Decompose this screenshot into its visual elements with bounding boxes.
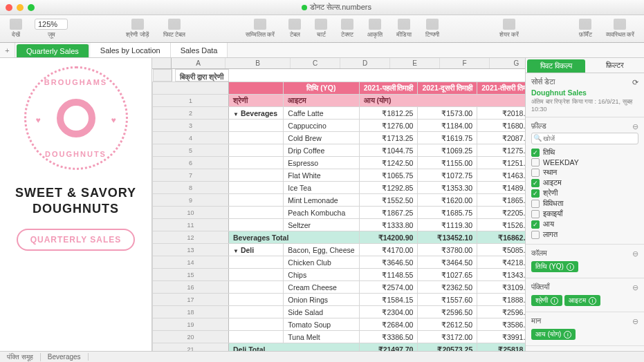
field-checkbox[interactable]: WEEKDAY [531, 158, 638, 167]
col-header[interactable]: C [291, 58, 340, 68]
pivot-table[interactable]: बिक्री द्वारा श्रेणीतिथि (YQ)2021-पहली त… [152, 69, 525, 351]
collapse-icon[interactable]: ⊖ [632, 122, 638, 131]
tab-pivot-options[interactable]: पिवट विकल्प [527, 59, 585, 73]
rows-label: पंक्तियाँ [531, 283, 549, 292]
row-pill[interactable]: श्रेणीi [531, 295, 562, 306]
sidebar: पिवट विकल्प फ़िल्टर सोर्स डेटा⟳ Doughnut… [525, 58, 644, 351]
fields-label: फ़ील्ड [531, 122, 546, 131]
add-sheet-button[interactable]: + [0, 43, 15, 57]
pivot-table-button[interactable]: पिवट टेबल [158, 19, 192, 39]
tagline: SWEET & SAVORYDOUGHNUTS [15, 185, 136, 216]
footer-row-groups[interactable]: पंक्ति समूह [0, 353, 41, 361]
col-header[interactable]: F [440, 58, 490, 68]
share-button[interactable]: शेयर करें [494, 19, 525, 39]
source-data-label: सोर्स डेटा [531, 77, 555, 86]
field-checkbox[interactable]: ✓आइटम [531, 178, 638, 188]
maximize-icon[interactable] [28, 4, 35, 11]
field-checkbox[interactable]: ✓आय [531, 219, 638, 229]
shape-button[interactable]: आकृति [362, 19, 388, 39]
fields-search-input[interactable] [531, 133, 638, 144]
chart-button[interactable]: चार्ट [309, 19, 333, 39]
tab-quarterly-sales[interactable]: Quarterly Sales [17, 44, 89, 57]
field-checkbox[interactable]: इकाइयाँ [531, 209, 638, 219]
collapse-icon[interactable]: ⊖ [632, 317, 638, 325]
col-header[interactable]: B [226, 58, 291, 68]
value-pill[interactable]: आय (योग)i [531, 329, 576, 340]
comment-button[interactable]: टिप्पणी [420, 19, 445, 39]
field-checkbox[interactable]: ✓तिथि [531, 147, 638, 158]
col-header[interactable]: D [340, 58, 390, 68]
tab-sales-by-location[interactable]: Sales by Location [91, 43, 171, 57]
logo: BROUGHAMS ♥ ♥ DOUGHNUTS [24, 66, 128, 170]
heart-icon: ♥ [111, 115, 116, 125]
footer: पंक्ति समूह Beverages [0, 351, 644, 362]
quarterly-sales-button[interactable]: QUARTERLY SALES [17, 229, 136, 251]
refresh-timestamp: अंतिम बार रिफ्रेश किया गया : 16/9/21, सु… [531, 98, 638, 113]
media-button[interactable]: मीडिया [391, 19, 417, 39]
add-category-button[interactable]: श्रेणी जोड़ें [120, 19, 155, 39]
organize-button[interactable]: व्यवस्थित करें [600, 19, 641, 39]
titlebar: डोनट सेल्स.numbers [0, 0, 644, 15]
row-pill[interactable]: आइटमi [564, 295, 600, 306]
tab-sales-data[interactable]: Sales Data [171, 43, 228, 57]
col-header[interactable]: G [490, 58, 525, 68]
collapse-icon[interactable]: ⊖ [632, 249, 638, 258]
view-button[interactable]: देखें [4, 19, 28, 39]
insert-button[interactable]: सम्मिलित करें [240, 19, 281, 39]
field-checkbox[interactable]: ✓श्रेणी [531, 188, 638, 198]
column-pill[interactable]: तिथि (YQ)i [531, 261, 578, 272]
donut-icon [57, 99, 95, 137]
window-title: डोनट सेल्स.numbers [35, 3, 638, 12]
table-button[interactable]: टेबल [283, 19, 306, 39]
col-header[interactable]: A [172, 58, 226, 68]
sheet-tabs: + Quarterly Sales Sales by Location Sale… [0, 43, 644, 58]
field-checkbox[interactable]: स्थान [531, 167, 638, 178]
field-checkbox[interactable]: लागत [531, 229, 638, 240]
columns-label: कॉलम [531, 249, 547, 258]
toolbar: देखें 125%ज़ूम श्रेणी जोड़ें पिवट टेबल स… [0, 15, 644, 43]
spreadsheet[interactable]: A B C D E F G बिक्री द्वारा श्रेणीतिथि (… [152, 58, 525, 351]
minimize-icon[interactable] [17, 4, 24, 11]
footer-category[interactable]: Beverages [41, 353, 89, 361]
col-header[interactable]: E [390, 58, 440, 68]
close-icon[interactable] [6, 4, 12, 11]
format-button[interactable]: फ़ॉर्मैट [573, 19, 598, 39]
refresh-icon[interactable]: ⟳ [632, 78, 638, 86]
collapse-icon[interactable]: ⊖ [632, 283, 638, 292]
field-checkbox[interactable]: विविधता [531, 198, 638, 209]
zoom-control[interactable]: 125%ज़ूम [35, 19, 68, 39]
brand-pane: BROUGHAMS ♥ ♥ DOUGHNUTS SWEET & SAVORYDO… [0, 58, 152, 351]
text-button[interactable]: टेक्स्ट [335, 19, 359, 39]
values-label: मान [531, 316, 541, 325]
source-name[interactable]: Doughnut Sales [531, 88, 638, 97]
heart-icon: ♥ [36, 115, 41, 125]
tab-filter[interactable]: फ़िल्टर [587, 58, 645, 73]
